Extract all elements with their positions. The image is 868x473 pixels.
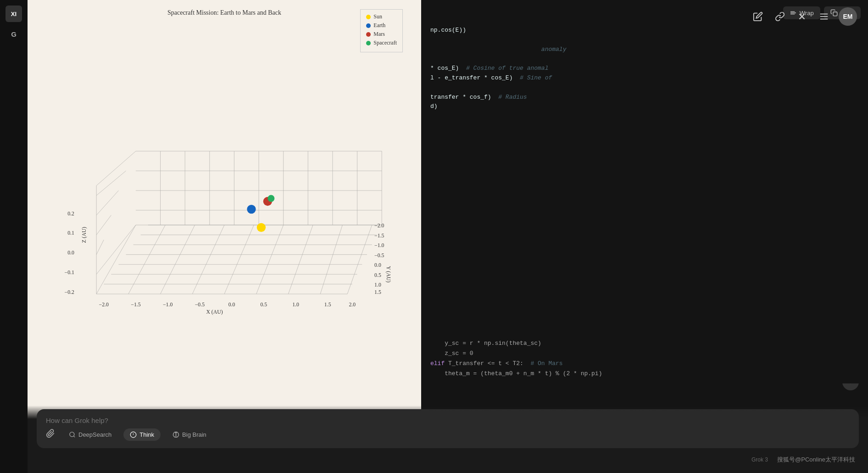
bigbrain-button[interactable]: Big Brain — [166, 428, 213, 441]
svg-line-17 — [224, 225, 254, 294]
main-content: Spacecraft Mission: Earth to Mars and Ba… — [28, 0, 868, 473]
svg-text:0.0: 0.0 — [67, 249, 74, 256]
svg-text:0.5: 0.5 — [374, 272, 381, 278]
svg-text:X (AU): X (AU) — [206, 309, 223, 315]
svg-text:Z (AU): Z (AU) — [81, 227, 87, 243]
menu-icon[interactable] — [817, 9, 831, 24]
svg-text:1.5: 1.5 — [374, 289, 381, 295]
svg-line-14 — [128, 225, 165, 294]
svg-text:−0.5: −0.5 — [374, 252, 384, 259]
chat-input-area: DeepSearch Think Big Brain — [37, 409, 859, 448]
svg-text:−0.2: −0.2 — [65, 289, 74, 295]
think-label: Think — [139, 431, 154, 438]
svg-line-13 — [96, 225, 136, 294]
svg-text:0.0: 0.0 — [228, 301, 235, 308]
plot-panel: Spacecraft Mission: Earth to Mars and Ba… — [28, 0, 421, 473]
grok-version: Grok 3 — [751, 456, 768, 463]
chat-actions: DeepSearch Think Big Brain — [46, 428, 850, 441]
svg-line-15 — [161, 225, 195, 294]
svg-text:0.5: 0.5 — [260, 301, 267, 308]
svg-text:1.0: 1.0 — [374, 282, 381, 288]
x-close-icon[interactable] — [795, 9, 809, 24]
chat-panel: DeepSearch Think Big Brain Grok 3 搜狐号@PC… — [28, 405, 868, 473]
chat-input[interactable] — [46, 417, 850, 424]
svg-line-24 — [96, 151, 136, 186]
svg-text:−1.5: −1.5 — [131, 301, 140, 308]
svg-line-19 — [288, 225, 313, 294]
svg-text:0.0: 0.0 — [374, 262, 381, 268]
svg-text:−1.5: −1.5 — [374, 232, 384, 239]
svg-text:1.0: 1.0 — [292, 301, 299, 308]
bottom-code-line-2: z_sc = 0 — [430, 349, 859, 359]
watermark: 搜狐号@PConline太平洋科技 — [777, 456, 855, 464]
plot-container: Spacecraft Mission: Earth to Mars and Ba… — [28, 0, 421, 450]
code-line — [430, 35, 859, 45]
think-button[interactable]: Think — [123, 428, 161, 441]
svg-text:0.1: 0.1 — [67, 230, 74, 236]
bottom-code-line-1: y_sc = r * np.sin(theta_sc) — [430, 338, 859, 349]
code-line — [430, 54, 859, 64]
svg-line-28 — [96, 240, 104, 254]
svg-text:2.0: 2.0 — [349, 301, 356, 308]
svg-line-31 — [96, 171, 126, 196]
top-bar: EM — [740, 0, 868, 33]
svg-line-23 — [96, 225, 136, 274]
svg-text:−0.1: −0.1 — [65, 269, 74, 276]
code-line: l - e_transfer * cos_E) # Sine of — [430, 73, 859, 83]
code-line: transfer * cos_f) # Radius — [430, 93, 859, 102]
svg-text:1.5: 1.5 — [324, 301, 331, 308]
sidebar-icon-g[interactable]: G — [6, 26, 22, 42]
deepsearch-label: DeepSearch — [78, 431, 111, 438]
svg-line-20 — [320, 225, 342, 294]
svg-text:−1.0: −1.0 — [163, 301, 172, 308]
spacecraft-dot — [267, 195, 274, 202]
svg-line-18 — [256, 225, 284, 294]
code-line: * cos_E) # Cosine of true anomal — [430, 64, 859, 73]
svg-line-21 — [347, 225, 372, 294]
attach-icon[interactable] — [46, 429, 55, 440]
svg-text:−0.5: −0.5 — [195, 301, 205, 308]
code-panel: Wrap Copy np.cos(E)) anomaly * cos_E) # … — [421, 0, 868, 473]
edit-icon[interactable] — [751, 9, 765, 24]
svg-line-16 — [192, 225, 224, 294]
code-line: anomaly — [430, 45, 859, 55]
svg-text:Y (AU): Y (AU) — [385, 266, 392, 282]
plot-svg: X (AU) −2.0 −1.5 −1.0 −0.5 0.0 0.5 1.0 1… — [28, 0, 421, 450]
svg-text:−1.0: −1.0 — [374, 242, 384, 248]
svg-line-75 — [73, 436, 75, 437]
bottom-code-line-4: theta_m = (theta_m0 + n_m * t) % (2 * np… — [430, 369, 859, 379]
sidebar-logo-xi[interactable]: XI — [6, 6, 22, 22]
bottom-code-line-3: elif T_transfer <= t < T2: # On Mars — [430, 359, 859, 369]
code-line — [430, 83, 859, 93]
deepsearch-button[interactable]: DeepSearch — [62, 428, 118, 441]
svg-text:−2.0: −2.0 — [99, 301, 109, 308]
sun-dot — [257, 223, 266, 232]
svg-text:0.2: 0.2 — [67, 210, 74, 217]
svg-point-74 — [70, 432, 74, 437]
left-sidebar: XI G — [0, 0, 28, 473]
svg-line-30 — [96, 191, 118, 215]
bottom-code-section: y_sc = r * np.sin(theta_sc) z_sc = 0 eli… — [421, 338, 868, 383]
svg-line-29 — [96, 215, 111, 235]
code-line: d) — [430, 102, 859, 112]
user-avatar[interactable]: EM — [839, 7, 857, 26]
svg-text:−2.0: −2.0 — [374, 222, 384, 229]
earth-dot — [247, 205, 256, 214]
link-icon[interactable] — [773, 9, 787, 24]
bigbrain-label: Big Brain — [182, 431, 206, 438]
